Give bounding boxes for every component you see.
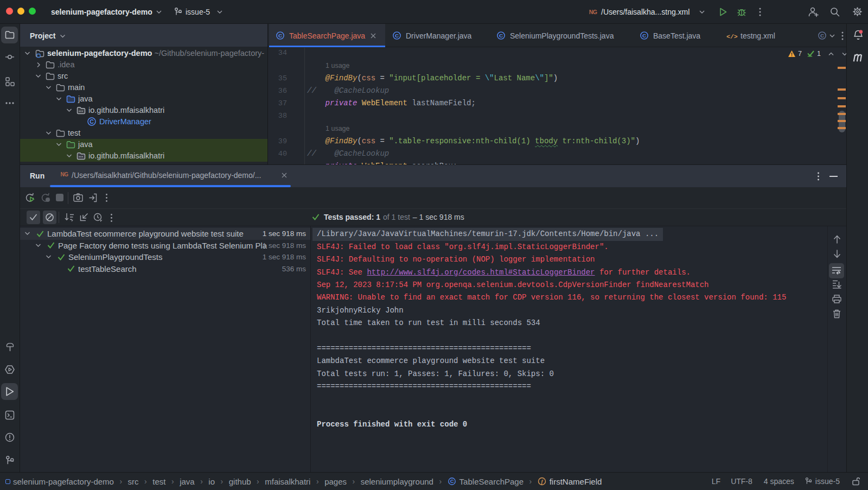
svg-text:f: f	[541, 479, 543, 485]
svg-text:</>: </>	[726, 33, 738, 40]
svg-text:C: C	[820, 33, 824, 39]
